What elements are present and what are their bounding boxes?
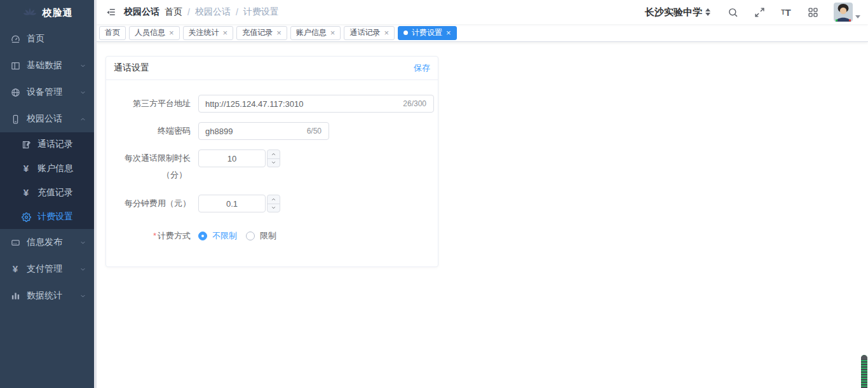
chevron-down-icon bbox=[79, 89, 86, 96]
navbar-right: 长沙实验中学 TT bbox=[645, 3, 860, 22]
chevron-down-icon bbox=[79, 239, 86, 246]
sidebar-item-label: 设备管理 bbox=[27, 87, 62, 98]
sidebar-item-call-records[interactable]: 通话记录 bbox=[0, 132, 94, 156]
base-data-icon bbox=[10, 60, 20, 71]
radio-button-icon bbox=[246, 232, 255, 240]
form-row-platform-address: 第三方平台地址 26/300 bbox=[116, 95, 428, 113]
tab-billing-settings[interactable]: 计费设置 × bbox=[398, 26, 457, 40]
tab-call-records[interactable]: 通话记录 × bbox=[344, 26, 395, 40]
spinner-up-icon[interactable] bbox=[268, 150, 280, 159]
sidebar-item-label: 计费设置 bbox=[37, 211, 73, 223]
radio-button-icon bbox=[198, 232, 207, 240]
tab-personnel-info[interactable]: 人员信息 × bbox=[129, 26, 180, 40]
card-body: 第三方平台地址 26/300 终端密码 6/50 每次通话限制时长 bbox=[106, 80, 438, 267]
billing-mode-radio-group: 不限制 限制 bbox=[198, 227, 285, 245]
tab-follow-stats[interactable]: 关注统计 × bbox=[183, 26, 234, 40]
close-icon[interactable]: × bbox=[446, 29, 451, 37]
close-icon[interactable]: × bbox=[384, 29, 389, 37]
char-counter: 6/50 bbox=[307, 122, 322, 140]
sidebar-item-label: 首页 bbox=[27, 33, 44, 45]
platform-address-input-wrap: 26/300 bbox=[198, 95, 434, 113]
page-content: 通话设置 保存 第三方平台地址 26/300 终端密码 6/50 bbox=[97, 42, 868, 267]
field-label: 第三方平台地址 bbox=[116, 95, 198, 113]
app-logo: 校脸通 bbox=[0, 0, 94, 25]
number-spinner bbox=[267, 149, 280, 167]
open-tabs-bar: 首页 人员信息 × 关注统计 × 充值记录 × 账户信息 × 通话记录 × bbox=[97, 24, 868, 42]
chevron-down-icon bbox=[79, 293, 86, 300]
school-selector[interactable]: 长沙实验中学 bbox=[645, 6, 710, 18]
record-book-icon bbox=[21, 139, 31, 149]
field-label: 每分钟费用（元） bbox=[116, 195, 198, 212]
fullscreen-icon[interactable] bbox=[754, 6, 765, 18]
spinner-up-icon[interactable] bbox=[268, 195, 280, 204]
gear-icon bbox=[21, 212, 31, 222]
radio-limited[interactable]: 限制 bbox=[246, 230, 276, 242]
active-dot bbox=[403, 31, 408, 35]
grid-menu-icon[interactable] bbox=[807, 6, 818, 18]
form-row-billing-mode: *计费方式 不限制 限制 bbox=[116, 227, 428, 245]
sidebar-item-label: 账户信息 bbox=[37, 163, 73, 174]
sidebar-item-campus-call[interactable]: 校园公话 bbox=[0, 106, 94, 132]
card-header: 通话设置 保存 bbox=[106, 57, 438, 80]
number-spinner bbox=[267, 195, 280, 212]
sidebar-item-label: 充值记录 bbox=[37, 187, 73, 198]
breadcrumb-separator: / bbox=[187, 7, 190, 17]
campus-call-submenu: 通话记录 ¥ 账户信息 ¥ 充值记录 计费设置 bbox=[0, 132, 94, 229]
lotus-icon bbox=[22, 6, 38, 19]
yen-icon: ¥ bbox=[21, 163, 31, 174]
close-icon[interactable]: × bbox=[223, 29, 228, 37]
sidebar-item-payment[interactable]: ¥ 支付管理 bbox=[0, 256, 94, 282]
close-icon[interactable]: × bbox=[330, 29, 336, 37]
board-icon bbox=[10, 237, 20, 247]
module-title: 校园公话 bbox=[124, 6, 159, 18]
user-avatar[interactable] bbox=[834, 3, 853, 22]
close-icon[interactable]: × bbox=[276, 29, 281, 37]
radio-unlimited[interactable]: 不限制 bbox=[198, 230, 237, 242]
call-duration-input[interactable] bbox=[198, 149, 266, 167]
save-button[interactable]: 保存 bbox=[414, 62, 430, 74]
sidebar-item-label: 校园公话 bbox=[27, 113, 62, 125]
char-counter: 26/300 bbox=[403, 95, 426, 113]
chevron-down-icon bbox=[79, 62, 86, 69]
sidebar-item-account-info[interactable]: ¥ 账户信息 bbox=[0, 156, 94, 181]
sidebar-item-billing-settings[interactable]: 计费设置 bbox=[0, 205, 94, 229]
sidebar-item-label: 基础数据 bbox=[27, 60, 62, 71]
terminal-password-input-wrap: 6/50 bbox=[198, 122, 329, 140]
chevron-down-icon bbox=[79, 266, 86, 273]
search-icon[interactable] bbox=[727, 6, 738, 18]
sidebar-item-base-data[interactable]: 基础数据 bbox=[0, 52, 94, 79]
sidebar-item-recharge-records[interactable]: ¥ 充值记录 bbox=[0, 181, 94, 205]
per-minute-fee-stepper bbox=[198, 195, 280, 212]
sidebar-item-home[interactable]: 首页 bbox=[0, 25, 94, 52]
sidebar-item-device[interactable]: 设备管理 bbox=[0, 79, 94, 106]
form-row-per-minute-fee: 每分钟费用（元） bbox=[116, 195, 428, 212]
tab-account-info[interactable]: 账户信息 × bbox=[290, 26, 341, 40]
tab-home[interactable]: 首页 bbox=[99, 26, 126, 40]
field-label: 每次通话限制时长 （分） bbox=[116, 149, 198, 183]
per-minute-fee-input[interactable] bbox=[198, 195, 266, 212]
phone-icon bbox=[10, 114, 20, 124]
collapse-sidebar-icon[interactable] bbox=[104, 6, 118, 19]
sidebar-item-statistics[interactable]: 数据统计 bbox=[0, 282, 94, 309]
sidebar-item-label: 数据统计 bbox=[27, 290, 62, 301]
font-size-icon[interactable]: TT bbox=[780, 6, 792, 18]
page-scrollbar-thumb[interactable] bbox=[861, 355, 867, 388]
sidebar: 校脸通 首页 基础数据 设备管理 bbox=[0, 0, 94, 388]
sidebar-scrollbar[interactable] bbox=[94, 0, 97, 388]
platform-address-input[interactable] bbox=[198, 95, 434, 113]
select-caret-icon bbox=[705, 8, 710, 16]
required-mark: * bbox=[153, 231, 156, 240]
main-area: 校园公话 首页 / 校园公话 / 计费设置 长沙实验中学 bbox=[97, 0, 868, 388]
spinner-down-icon[interactable] bbox=[268, 204, 280, 212]
breadcrumb-parent[interactable]: 校园公话 bbox=[195, 6, 231, 18]
call-duration-stepper bbox=[198, 149, 280, 183]
field-label: 终端密码 bbox=[116, 122, 198, 140]
close-icon[interactable]: × bbox=[169, 29, 174, 37]
breadcrumb-home[interactable]: 首页 bbox=[165, 6, 182, 18]
user-menu-caret-icon[interactable] bbox=[855, 15, 860, 18]
spinner-down-icon[interactable] bbox=[268, 159, 280, 167]
globe-icon bbox=[10, 87, 20, 97]
tab-recharge-records[interactable]: 充值记录 × bbox=[236, 26, 287, 40]
sidebar-item-info-publish[interactable]: 信息发布 bbox=[0, 229, 94, 256]
form-row-terminal-password: 终端密码 6/50 bbox=[116, 122, 428, 140]
